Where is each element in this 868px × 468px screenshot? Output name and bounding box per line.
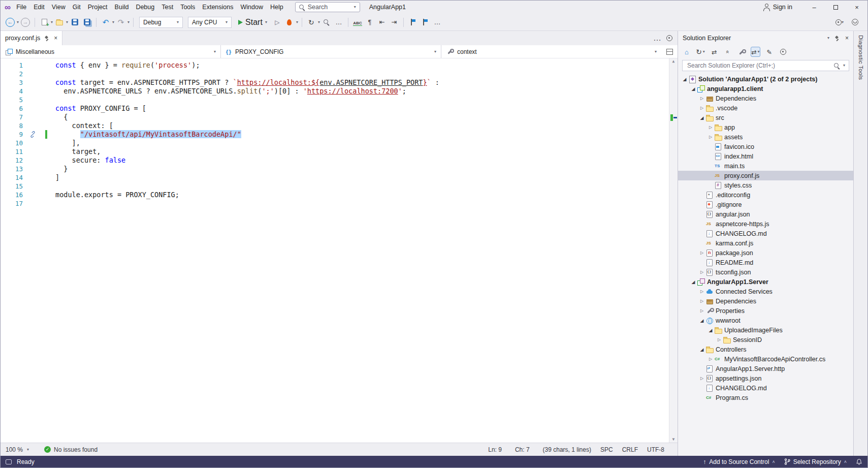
code-line[interactable]: 17 — [1, 199, 669, 208]
tree-item[interactable]: Program.cs — [678, 393, 853, 402]
type-dropdown[interactable]: PROXY_CONFIG ▾ — [221, 45, 441, 58]
code-line[interactable]: 16module.exports = PROXY_CONFIG; — [1, 191, 669, 199]
code-line[interactable]: 7 { — [1, 113, 669, 121]
next-bookmark-button[interactable] — [420, 16, 431, 28]
scroll-down-icon[interactable]: ▼ — [669, 437, 678, 442]
tree-item[interactable]: .gitignore — [678, 200, 853, 209]
tree-item[interactable]: ◢AngularApp1.Server — [678, 277, 853, 287]
chevron-down-icon[interactable]: ▾ — [127, 20, 130, 24]
code-line[interactable]: 5 — [1, 96, 669, 104]
spell-check-button[interactable] — [352, 16, 363, 28]
indent-increase-button[interactable]: ⇥ — [389, 16, 400, 28]
menu-build[interactable]: Build — [111, 2, 133, 13]
chevron-down-icon[interactable]: ▾ — [17, 20, 19, 24]
document-overflow-icon[interactable]: … — [653, 34, 661, 43]
tree-item[interactable]: ▷Connected Services — [678, 287, 853, 296]
tree-item[interactable]: ◢UploadedImageFiles — [678, 325, 853, 335]
tree-item[interactable]: aspnetcore-https.js — [678, 219, 853, 229]
platform-select[interactable]: Any CPU ▾ — [188, 17, 232, 28]
code-line[interactable]: 10 ], — [1, 139, 669, 147]
save-button[interactable] — [69, 16, 80, 28]
feedback-button[interactable] — [849, 16, 860, 28]
code-line[interactable]: 11 target, — [1, 147, 669, 156]
menu-help[interactable]: Help — [267, 2, 287, 13]
redo-button[interactable]: ↷ — [115, 16, 126, 28]
tree-item[interactable]: CHANGELOG.md — [678, 383, 853, 393]
code-line[interactable]: 1const { env } = require('process'); — [1, 61, 669, 70]
chevron-down-icon[interactable]: ▾ — [827, 36, 829, 40]
collapse-arrow-icon[interactable]: ◢ — [690, 86, 697, 91]
line-indicator[interactable]: Ln: 9 — [488, 446, 502, 453]
navigate-forward-button[interactable]: → — [20, 16, 31, 28]
navigate-back-button[interactable]: ← — [5, 16, 16, 28]
expand-arrow-icon[interactable]: ▷ — [698, 308, 705, 313]
menu-tools[interactable]: Tools — [177, 2, 199, 13]
tree-item[interactable]: AngularApp1.Server.http — [678, 364, 853, 373]
code-line[interactable]: 3const target = env.ASPNETCORE_HTTPS_POR… — [1, 78, 669, 87]
bell-icon[interactable] — [856, 458, 862, 465]
expand-arrow-icon[interactable]: ▷ — [698, 106, 705, 110]
tree-item[interactable]: ▷Properties — [678, 306, 853, 316]
expand-arrow-icon[interactable]: ▷ — [707, 357, 714, 361]
menu-git[interactable]: Git — [69, 2, 84, 13]
hot-reload-button[interactable] — [284, 16, 295, 28]
tree-item[interactable]: ▷MyVintasoftBarcodeApiController.cs — [678, 354, 853, 364]
solution-explorer-search-input[interactable] — [686, 61, 830, 70]
indent-decrease-button[interactable]: ⇤ — [376, 16, 388, 28]
close-icon[interactable]: × — [845, 35, 849, 42]
chevron-down-icon[interactable]: ▾ — [296, 20, 298, 24]
select-repository-button[interactable]: Select Repository ˄ — [784, 458, 847, 465]
chevron-down-icon[interactable]: ▾ — [51, 20, 53, 24]
diagnostic-tools-tab[interactable]: Diagnostic Tools — [858, 35, 864, 80]
restart-button[interactable]: ↻ — [306, 16, 317, 28]
open-file-button[interactable] — [54, 16, 65, 28]
tree-item[interactable]: styles.css — [678, 180, 853, 190]
code-editor[interactable]: 1const { env } = require('process');23co… — [1, 58, 678, 443]
solution-explorer-header[interactable]: Solution Explorer ▾ × — [678, 31, 853, 45]
tree-item[interactable]: main.ts — [678, 161, 853, 171]
undo-button[interactable]: ↶ — [100, 16, 111, 28]
tree-item[interactable]: index.html — [678, 151, 853, 161]
tree-item[interactable]: favicon.ico — [678, 142, 853, 151]
tree-item[interactable]: CHANGELOG.md — [678, 229, 853, 238]
collapse-all-button[interactable]: « — [723, 47, 732, 57]
code-line[interactable]: 8 context: [ — [1, 121, 669, 130]
toggle-bookmark-button[interactable] — [407, 16, 419, 28]
expand-arrow-icon[interactable]: ▷ — [698, 96, 705, 101]
new-file-button[interactable] — [39, 16, 50, 28]
tree-item[interactable]: ◢src — [678, 113, 853, 122]
project-dropdown[interactable]: Miscellaneous ▾ — [1, 45, 221, 58]
close-button[interactable]: × — [846, 1, 867, 14]
find-in-files-button[interactable] — [321, 16, 332, 28]
chevron-down-icon[interactable]: ▾ — [112, 20, 114, 24]
bookmarks-overflow-button[interactable]: … — [432, 16, 443, 28]
show-whitespace-button[interactable]: ¶ — [364, 16, 375, 28]
expand-arrow-icon[interactable]: ▷ — [698, 376, 705, 381]
global-search[interactable]: Search ▾ — [295, 2, 360, 12]
tree-item[interactable]: ▷appsettings.json — [678, 373, 853, 383]
tree-item[interactable]: ▷Dependencies — [678, 93, 853, 103]
tree-item[interactable]: ◢Controllers — [678, 345, 853, 354]
encoding-indicator[interactable]: UTF-8 — [647, 446, 664, 453]
member-dropdown[interactable]: context ▾ — [441, 45, 661, 58]
tab-proxy-conf-js[interactable]: proxy.conf.js × — [1, 31, 62, 45]
properties-page-button[interactable] — [737, 47, 746, 57]
collapse-arrow-icon[interactable]: ◢ — [681, 77, 688, 82]
menu-window[interactable]: Window — [237, 2, 267, 13]
tree-item[interactable]: karma.conf.js — [678, 238, 853, 248]
solution-explorer-search[interactable]: ▾ — [682, 60, 849, 71]
compare-button[interactable]: ⇄ — [710, 47, 719, 57]
start-debug-button[interactable]: Start ▾ — [235, 16, 271, 28]
menu-edit[interactable]: Edit — [30, 2, 48, 13]
show-all-files-button[interactable] — [779, 47, 788, 57]
gear-icon[interactable] — [666, 35, 672, 41]
menu-test[interactable]: Test — [158, 2, 177, 13]
column-indicator[interactable]: Ch: 7 — [515, 446, 530, 453]
tree-item[interactable]: ◢Solution 'AngularApp1' (2 of 2 projects… — [678, 74, 853, 84]
collapse-arrow-icon[interactable]: ◢ — [707, 328, 714, 333]
save-all-button[interactable] — [81, 16, 92, 28]
tree-item[interactable]: ▷package.json — [678, 248, 853, 258]
add-to-source-control-button[interactable]: ↑ Add to Source Control ˄ — [703, 458, 775, 465]
collapse-arrow-icon[interactable]: ◢ — [698, 115, 705, 120]
insert-mode-indicator[interactable]: SPC — [600, 446, 613, 453]
